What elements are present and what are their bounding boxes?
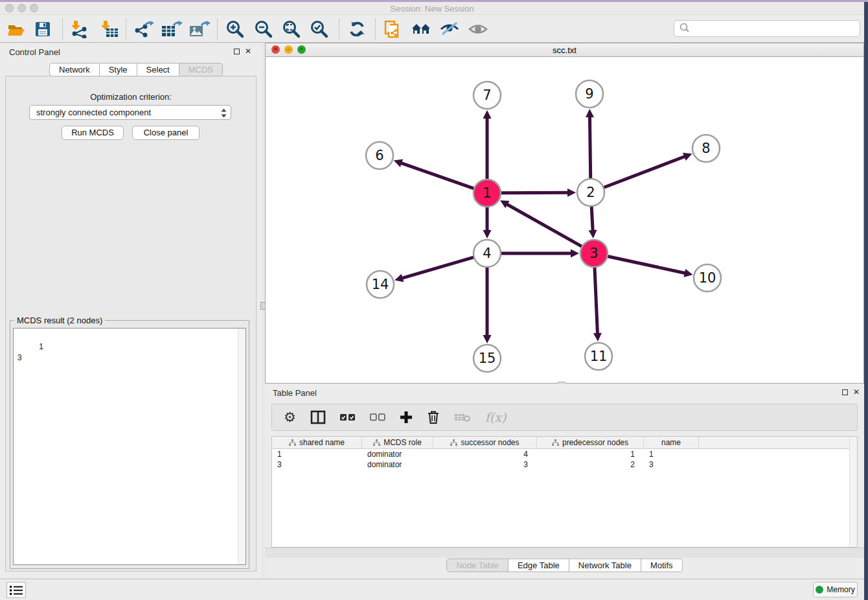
toolbar-separator <box>375 19 376 40</box>
edge-3-11[interactable] <box>595 267 598 335</box>
column-header-predecessor-nodes[interactable]: predecessor nodes <box>537 437 644 448</box>
function-icon[interactable]: f(x) <box>485 410 507 424</box>
arrowhead-icon <box>483 110 492 119</box>
table-panel-close-button[interactable]: ✕ <box>852 387 861 397</box>
import-table-icon[interactable] <box>98 19 119 39</box>
edge-1-2[interactable] <box>501 192 569 193</box>
close-icon: ✕ <box>245 47 251 56</box>
add-icon[interactable] <box>400 411 413 424</box>
control-panel-float-button[interactable] <box>232 47 241 56</box>
tab-motifs[interactable]: Motifs <box>641 559 683 572</box>
arrowhead-icon <box>567 189 576 197</box>
cell: 1 <box>537 449 644 459</box>
criterion-dropdown[interactable]: strongly connected component <box>29 105 231 120</box>
tab-network[interactable]: Network <box>49 63 100 76</box>
cell: 1 <box>644 449 699 459</box>
cell: dominator <box>362 459 433 470</box>
main-toolbar <box>0 15 864 43</box>
column-header-successor-nodes[interactable]: successor nodes <box>433 437 537 448</box>
column-header-name[interactable]: name <box>644 437 699 448</box>
desktop-right-edge <box>864 2 868 600</box>
mcds-result-text[interactable]: 1 3 <box>13 328 246 565</box>
memory-button[interactable]: Memory <box>813 582 858 597</box>
network-canvas[interactable]: 7968124314101511 <box>266 57 863 383</box>
open-session-icon[interactable] <box>6 19 26 39</box>
export-image-icon[interactable] <box>188 19 211 39</box>
search-icon <box>680 23 690 35</box>
task-history-button[interactable] <box>6 582 26 598</box>
clone-network-icon[interactable] <box>383 19 403 39</box>
control-panel-close-button[interactable]: ✕ <box>244 47 253 56</box>
arrowhead-icon <box>586 109 594 117</box>
close-panel-button[interactable]: Close panel <box>132 126 200 140</box>
arrowhead-icon <box>589 230 597 238</box>
tab-mcds[interactable]: MCDS <box>179 63 223 76</box>
select-all-icon[interactable] <box>340 413 356 421</box>
zoom-out-icon[interactable] <box>254 19 273 39</box>
toolbar-separator <box>126 19 126 40</box>
tab-node-table[interactable]: Node Table <box>446 559 508 572</box>
toolbar-separator <box>339 19 339 40</box>
export-network-icon[interactable] <box>132 19 154 39</box>
tab-network-table[interactable]: Network Table <box>569 559 641 572</box>
edge-3-10[interactable] <box>608 256 687 273</box>
refresh-icon[interactable] <box>347 19 367 39</box>
hierarchy-icon <box>373 439 380 446</box>
delete-icon[interactable] <box>427 410 440 424</box>
graph-node-label-14: 14 <box>372 277 389 292</box>
table-row[interactable]: 1dominator411 <box>272 449 857 459</box>
mcds-result-lines: 1 3 <box>17 342 43 362</box>
table-scrollbar[interactable] <box>849 437 857 547</box>
tab-edge-table[interactable]: Edge Table <box>508 559 569 572</box>
column-label: shared name <box>299 438 345 447</box>
result-scrollbar[interactable] <box>238 329 246 564</box>
control-panel: Control Panel ✕ NetworkStyleSelectMCDS O… <box>0 43 262 579</box>
edge-2-8[interactable] <box>604 156 687 188</box>
table-row[interactable]: 3dominator323 <box>272 459 857 470</box>
cell: 3 <box>433 459 537 470</box>
export-table-icon[interactable] <box>161 19 183 39</box>
cell: 2 <box>537 459 644 470</box>
search-input[interactable] <box>674 20 860 37</box>
column-header-MCDS-role[interactable]: MCDS role <box>362 437 433 448</box>
edge-1-6[interactable] <box>400 163 474 189</box>
status-bar: Memory <box>0 579 864 600</box>
tab-style[interactable]: Style <box>100 63 137 76</box>
houses-icon[interactable] <box>411 19 433 39</box>
run-mcds-button[interactable]: Run MCDS <box>62 126 124 140</box>
optimization-criterion-label: Optimization criterion: <box>6 92 256 102</box>
gear-icon[interactable]: ⚙ <box>284 411 296 424</box>
network-view-frame: ✕ − + scc.txt 7968124314101511 <box>265 43 864 384</box>
arrowhead-icon <box>593 333 602 341</box>
float-icon <box>842 389 848 395</box>
edge-2-3[interactable] <box>591 206 593 232</box>
column-label: name <box>661 438 681 447</box>
graph-node-label-9: 9 <box>585 86 593 102</box>
import-network-icon[interactable] <box>69 19 89 39</box>
zoom-selected-icon[interactable] <box>310 19 329 39</box>
show-all-icon[interactable] <box>468 19 488 39</box>
column-label: predecessor nodes <box>562 438 628 447</box>
deselect-all-icon[interactable] <box>370 413 385 421</box>
edge-2-9[interactable] <box>589 115 590 179</box>
edge-4-14[interactable] <box>401 257 474 279</box>
float-icon <box>234 49 240 54</box>
edge-3-1[interactable] <box>506 203 582 246</box>
graph-node-label-6: 6 <box>375 148 383 163</box>
table-panel-float-button[interactable] <box>840 387 849 397</box>
mcds-result-title: MCDS result (2 nodes) <box>14 316 105 325</box>
column-label: MCDS role <box>383 438 422 447</box>
zoom-in-icon[interactable] <box>225 19 245 39</box>
toolbar-separator <box>62 19 63 40</box>
columns-icon[interactable] <box>310 410 326 424</box>
hide-selected-icon[interactable] <box>439 19 460 39</box>
network-frame-titlebar[interactable]: ✕ − + scc.txt <box>266 43 863 57</box>
zoom-fit-icon[interactable] <box>282 19 301 39</box>
table-panel: Table Panel ✕ ⚙ f(x) <box>265 384 864 579</box>
cell: dominator <box>362 449 433 459</box>
tab-select[interactable]: Select <box>137 63 179 76</box>
delete-table-icon[interactable] <box>454 411 471 423</box>
graph-node-label-7: 7 <box>483 87 491 103</box>
column-header-shared-name[interactable]: shared name <box>272 437 362 448</box>
save-session-icon[interactable] <box>34 19 52 39</box>
